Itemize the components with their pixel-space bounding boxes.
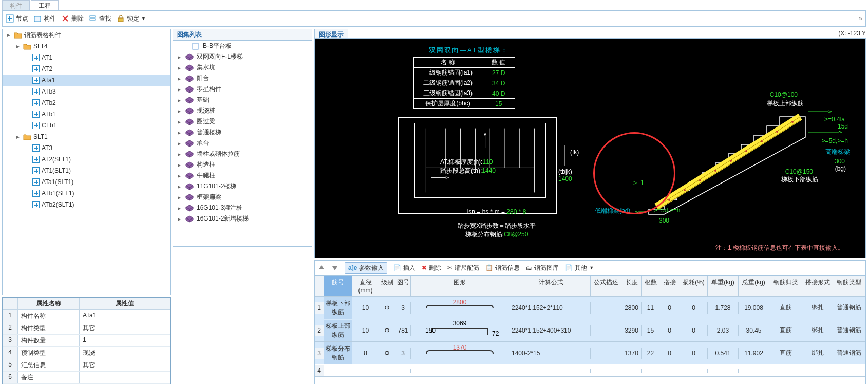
lib-item-label: 牛腿柱 [197, 171, 215, 180]
tree-item[interactable]: AT1 [3, 52, 170, 63]
lock-icon [117, 14, 125, 23]
lib-item[interactable]: B-B平台板 [173, 41, 312, 51]
annotation-circle-icon [593, 132, 675, 214]
lib-item[interactable]: ▸ 构造柱 [173, 159, 312, 170]
delete-icon [61, 14, 69, 23]
lib-item[interactable]: ▸ 零星构件 [173, 84, 312, 95]
lib-item[interactable]: ▸ 集水坑 [173, 62, 312, 73]
tree-group-label: SLT1 [33, 133, 48, 140]
nav-down-button[interactable] [331, 264, 338, 271]
tree-item[interactable]: ATb3 [3, 86, 170, 97]
lib-item[interactable]: ▸ 框架扁梁 [173, 192, 312, 203]
tab-project[interactable]: 工程 [31, 0, 59, 10]
insert-button[interactable]: 📄插入 [393, 264, 416, 272]
lib-item[interactable]: ▸ 阳台 [173, 73, 312, 84]
lib-item[interactable]: ▸ 圈过梁 [173, 116, 312, 127]
tree-item[interactable]: AT2 [3, 63, 170, 75]
lib-item[interactable]: ▸ 承台 [173, 138, 312, 149]
tree-item[interactable]: ATa1(SLT1) [3, 176, 170, 188]
param-input-button[interactable]: a]e 参数输入 [345, 262, 387, 274]
rebar-grade-icon: Φ [385, 327, 390, 334]
node-icon [32, 122, 40, 129]
nav-up-button[interactable] [318, 264, 325, 271]
cad-viewport[interactable]: 双网双向—AT型楼梯： 名 称数 值 一级钢筋锚固(la1)27 D 二级钢筋锚… [314, 38, 866, 258]
tree-group-slt4[interactable]: ▸ SLT4 [3, 41, 170, 52]
caret-icon: ▸ [176, 151, 182, 158]
lib-item[interactable]: ▸ 双网双向F-L楼梯 [173, 51, 312, 62]
cube-icon [185, 151, 194, 158]
tree-item[interactable]: CTb1 [3, 120, 170, 131]
scale-button[interactable]: ✂缩尺配筋 [447, 264, 479, 272]
library-panel[interactable]: B-B平台板 ▸ 双网双向F-L楼梯 ▸ 集水坑 ▸ 阳台 ▸ 零星构件 ▸ 基… [173, 40, 312, 247]
lib-item[interactable]: ▸ 16G101-3灌注桩 [173, 203, 312, 213]
lock-button[interactable]: 锁定 ▼ [117, 14, 146, 23]
top-tabs: 构件 工程 [2, 0, 868, 10]
prop-row[interactable]: 6备注 [3, 372, 170, 384]
table-row[interactable]: 1 梯板下部纵筋 10 Φ 3 2800 2240*1.152+2*110 28… [315, 297, 865, 319]
find-label: 查找 [99, 14, 111, 23]
node-icon [32, 144, 40, 152]
prop-row[interactable]: 1构件名称ATa1 [3, 310, 170, 322]
tree-item-label: ATa1(SLT1) [42, 178, 73, 186]
new-component-button[interactable]: 构件 [33, 14, 56, 23]
svg-point-70 [668, 199, 670, 201]
component-tree[interactable]: ▸ 钢筋表格构件 ▸ SLT4 AT1 AT2 ATa1 A [2, 29, 171, 295]
svg-rect-3 [34, 16, 41, 22]
lib-item-label: 零星构件 [197, 85, 221, 94]
cad-plan: AT.梯板厚度(h):110 踏步段总高(th):1440 lsn = bs *… [398, 117, 557, 214]
prop-row[interactable]: 4预制类型现浇 [3, 347, 170, 359]
find-button[interactable]: 查找 [89, 14, 111, 23]
cad-param-table: 名 称数 值 一级钢筋锚固(la1)27 D 二级钢筋锚固(la2)34 D 三… [413, 57, 515, 109]
svg-point-75 [745, 150, 747, 152]
tree-item[interactable]: ATb1 [3, 108, 170, 120]
table-row[interactable]: 3 梯板分布钢筋 8 Φ 3 1370 1400-2*15 137022 00 … [315, 342, 865, 364]
lib-item[interactable]: ▸ 现浇桩 [173, 105, 312, 116]
tree-item[interactable]: ATb1(SLT1) [3, 188, 170, 199]
rebar-grade-icon: Φ [385, 350, 390, 357]
lib-item[interactable]: ▸ 普通楼梯 [173, 127, 312, 138]
tree-item[interactable]: AT2(SLT1) [3, 154, 170, 165]
cube-icon [185, 64, 194, 71]
lib-item-label: 集水坑 [197, 63, 215, 72]
cube-icon [185, 129, 194, 136]
tree-root[interactable]: ▸ 钢筋表格构件 [3, 29, 170, 41]
tree-item[interactable]: ATb2 [3, 97, 170, 108]
lib-item[interactable]: ▸ 墙柱或砌体拉筋 [173, 149, 312, 159]
rebar-table[interactable]: 筋号 直径(mm)级别 图号图形 计算公式公式描述 长度根数 搭接损耗(%) 单… [314, 276, 866, 384]
library-title: 图集列表 [173, 29, 312, 40]
prop-row[interactable]: 2构件类型其它 [3, 322, 170, 335]
lib-item-label: 框架扁梁 [197, 193, 221, 202]
rebar-shape-icon: 1370 [411, 342, 508, 363]
lib-item[interactable]: ▸ 基础 [173, 95, 312, 105]
rebar-lib-button[interactable]: 🗂钢筋图库 [526, 264, 559, 272]
lib-item[interactable]: ▸ 牛腿柱 [173, 170, 312, 181]
tree-group-slt1[interactable]: ▸ SLT1 [3, 131, 170, 142]
caret-icon: ▸ [176, 205, 182, 212]
cube-icon [185, 140, 194, 147]
rebar-info-button[interactable]: 📋钢筋信息 [485, 264, 520, 272]
lib-item[interactable]: ▸ 16G101-2新增楼梯 [173, 213, 312, 224]
lib-item[interactable]: ▸ 11G101-2楼梯 [173, 181, 312, 192]
chevron-collapse-icon[interactable]: » [859, 15, 862, 22]
property-table: 属性名称 属性值 1构件名称ATa1 2构件类型其它 3构件数量1 4预制类型现… [2, 297, 171, 384]
new-node-button[interactable]: 节点 [6, 14, 28, 23]
table-row[interactable]: 4 [315, 364, 865, 377]
other-button[interactable]: 📄其他▼ [565, 264, 594, 272]
prop-row[interactable]: 5汇总信息其它 [3, 359, 170, 372]
tab-component[interactable]: 构件 [2, 0, 30, 10]
rb-delete-button[interactable]: ✖删除 [422, 264, 441, 272]
delete-button[interactable]: 删除 [61, 14, 84, 23]
node-icon [32, 77, 40, 84]
tree-item-label: ATb2 [42, 99, 56, 106]
table-row[interactable]: 2 梯板上部纵筋 10 Φ 781 3069 15072 2240*1.152+… [315, 319, 865, 342]
insert-icon: 📄 [393, 264, 401, 271]
tree-item-label: AT1 [42, 54, 52, 61]
cube-icon [185, 107, 194, 115]
tree-item[interactable]: AT1(SLT1) [3, 165, 170, 176]
tree-item[interactable]: AT3 [3, 142, 170, 154]
cube-icon [185, 172, 194, 179]
prop-row[interactable]: 3构件数量1 [3, 335, 170, 347]
svg-rect-6 [90, 16, 95, 17]
tree-item[interactable]: ATa1 [3, 75, 170, 86]
tree-item[interactable]: ATb2(SLT1) [3, 199, 170, 210]
